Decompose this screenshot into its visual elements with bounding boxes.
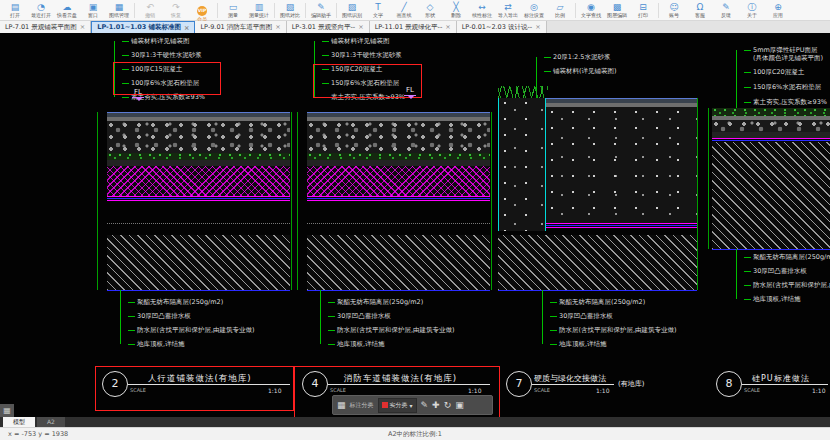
tab-lp-3-01[interactable]: LP-3.01 景观竖向平--×	[287, 21, 370, 33]
delete-button[interactable]: ╳删除	[443, 2, 469, 19]
grid-icon: ▦	[106, 2, 132, 12]
tab-lp-11-01[interactable]: LP-11.01 景观绿化平--×	[370, 21, 457, 33]
user-icon: ☺	[661, 2, 687, 12]
find-text-button[interactable]: ◉文字查找	[578, 2, 604, 19]
drawing-compare-button[interactable]: ▧图纸对比	[277, 2, 303, 19]
tab-lp-1-01-active[interactable]: LP-1.01~1.03 铺装标准图×	[91, 21, 195, 33]
close-icon[interactable]: ×	[80, 23, 85, 31]
layer-band-hatch	[107, 235, 290, 291]
dimension-settings-button[interactable]: ◎标注设置	[521, 2, 547, 19]
chevron-down-icon: ▾	[410, 402, 413, 409]
scale-value: 1:10	[596, 387, 609, 394]
feedback-icon: ✎	[713, 2, 739, 12]
tool-label: 反馈	[714, 12, 738, 18]
tool-label: 文字	[366, 12, 390, 18]
shape-button[interactable]: ◇形状	[417, 2, 443, 19]
tab-label: LP-1.01~1.03 铺装标准图	[97, 23, 181, 32]
edit-assistant-button[interactable]: ✎编辑助手	[308, 2, 334, 19]
text-button[interactable]: T文字	[365, 2, 391, 19]
tool-label: 快看云盘	[55, 12, 79, 18]
close-icon[interactable]: ×	[275, 23, 280, 31]
leader-line	[736, 50, 737, 108]
layer-band-green	[107, 153, 290, 160]
feedback-button[interactable]: ✎反馈	[713, 2, 739, 19]
drawing-manager-button[interactable]: ▦图纸管理	[106, 2, 132, 19]
redo-button[interactable]: ↷恢复	[163, 2, 189, 19]
annotation: 铺装材料详见铺装图	[322, 37, 390, 45]
cloud-drive-button[interactable]: ☁快看云盘	[54, 2, 80, 19]
scale-ratio-button[interactable]: ▱比例	[547, 2, 573, 19]
layer-band-aggregate	[107, 121, 290, 153]
category-dropdown[interactable]: 实分类▾	[378, 398, 417, 413]
toolbar-separator	[134, 3, 135, 18]
eraser-icon: ╳	[443, 2, 469, 12]
corner-widget[interactable]: ▦	[0, 404, 14, 417]
close-icon[interactable]: ×	[184, 24, 189, 32]
dimension-line	[708, 108, 709, 249]
import-export-button[interactable]: ⇄导入导出	[495, 2, 521, 19]
grass-symbol	[498, 86, 548, 98]
sheet-tab-a2[interactable]: A2	[37, 417, 65, 427]
tab-lp-7-01[interactable]: LP-7.01 景观铺装平面图×	[0, 21, 91, 33]
sheet-tab-row: 模型 A2	[0, 417, 830, 427]
linear-dimension-button[interactable]: ↔线性标注	[469, 2, 495, 19]
layer-band-aggregate	[307, 121, 490, 153]
annotation: 防水层(含找平层和保护层,由建筑专业做)	[550, 326, 677, 334]
detail-title-suffix: (有地库)	[618, 379, 644, 389]
selection-context-toolbar: ▦ 标注分类 实分类▾ ✎ ✚ ↻ ▣	[332, 395, 493, 415]
layer-band-concrete	[712, 120, 830, 132]
annotation: (具体颜色详见铺装平面)	[744, 54, 823, 62]
recent-open-button[interactable]: ◔最近打开	[28, 2, 54, 19]
layer-edit-button[interactable]: ▩图层编辑	[604, 2, 630, 19]
undo-button[interactable]: ↶撤销	[137, 2, 163, 19]
main-toolbar: ▤打开 ◔最近打开 ☁快看云盘 ▣窗口 ▦图纸管理 ↶撤销 ↷恢复 VIP会员 …	[0, 0, 830, 21]
hatch-grid-icon[interactable]: ▦	[337, 401, 346, 410]
close-icon[interactable]: ×	[445, 23, 450, 31]
tab-lp-0-01[interactable]: LP-0.01~2.03 设计说--×	[457, 21, 547, 33]
dimension-line	[97, 112, 98, 290]
drawing-recognize-button[interactable]: ▨图纸识别	[339, 2, 365, 19]
edit-icon[interactable]: ✎	[421, 401, 429, 410]
highlight-box[interactable]	[113, 62, 221, 95]
vip-member-button[interactable]: VIP会员	[189, 0, 215, 23]
dimension-icon: ↔	[469, 2, 495, 12]
annotation: 防水层(含找平层和保护层,由建筑专业做)	[744, 281, 830, 289]
layer-stack	[107, 112, 290, 202]
close-icon[interactable]: ×	[358, 23, 363, 31]
sheet-tab-model[interactable]: 模型	[3, 417, 35, 427]
annotation: 30厚凹凸蓄排水板	[128, 312, 191, 320]
tool-label: 删除	[444, 12, 468, 18]
headset-icon: Ω	[687, 2, 713, 12]
tool-label: 窗口	[81, 12, 105, 18]
layer-stack	[712, 108, 830, 250]
highlight-box[interactable]	[95, 366, 294, 411]
account-button[interactable]: ☺账号	[661, 2, 687, 19]
layer-band-soil	[546, 107, 697, 223]
annotation: 地库顶板,详结施	[744, 295, 801, 303]
detail-number-circle: 7	[506, 371, 532, 397]
annotation: 150厚6%水泥石粉垫层	[744, 83, 821, 91]
annotation: 5mm厚弹性硅PU面层	[744, 46, 817, 54]
measure-stats-button[interactable]: ▥测量统计	[246, 2, 272, 19]
apps-button[interactable]: ⊕应用	[765, 2, 791, 19]
dotted-line	[307, 223, 490, 224]
tab-label: LP-7.01 景观铺装平面图	[5, 23, 77, 32]
rotate-icon[interactable]: ↻	[444, 401, 452, 410]
customer-service-button[interactable]: Ω客服	[687, 2, 713, 19]
layers-icon: ▩	[604, 2, 630, 12]
drawing-canvas[interactable]: 铺装材料详见铺装图 30厚1:3干硬性水泥砂浆 100厚C15混凝土 100厚6…	[0, 33, 830, 417]
draw-line-button[interactable]: ╱画直线	[391, 2, 417, 19]
window-button[interactable]: ▣窗口	[80, 2, 106, 19]
open-button[interactable]: ▤打开	[2, 2, 28, 19]
cad-viewer-window: ▤打开 ◔最近打开 ☁快看云盘 ▣窗口 ▦图纸管理 ↶撤销 ↷恢复 VIP会员 …	[0, 0, 830, 440]
compare-icon: ▧	[277, 2, 303, 12]
copy-icon[interactable]: ▣	[455, 401, 464, 410]
measure-button[interactable]: ▭测量	[220, 2, 246, 19]
about-button[interactable]: ⓘ关于	[739, 2, 765, 19]
tab-lp-9-01[interactable]: LP-9.01 消防车道平面图×	[195, 21, 286, 33]
move-icon[interactable]: ✚	[432, 401, 440, 410]
line-icon: ╱	[391, 2, 417, 12]
close-icon[interactable]: ×	[535, 23, 540, 31]
print-button[interactable]: ⊟打印	[630, 2, 656, 19]
dimension-line	[291, 112, 292, 290]
